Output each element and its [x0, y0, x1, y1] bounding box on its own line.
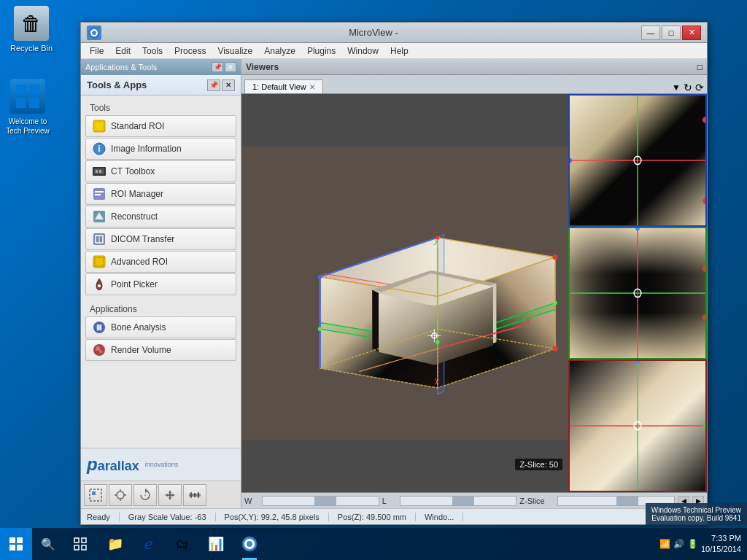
w-scrollbar[interactable]: [262, 496, 379, 506]
status-pos-z: Pos(Z): 49.500 mm: [329, 513, 416, 521]
point-picker-button[interactable]: Point Picker: [85, 273, 236, 295]
status-windo: Windo...: [416, 513, 463, 521]
l-scrollbar[interactable]: [400, 496, 517, 506]
content-area: Applications & Tools 📌 ✕ Tools & Apps 📌 …: [81, 59, 707, 508]
status-bar: Ready Gray Scale Value: -63 Pos(X,Y): 99…: [81, 508, 707, 524]
render-volume-icon: [92, 343, 107, 357]
svg-rect-106: [17, 537, 23, 543]
taskbar-item-ie[interactable]: ℯ: [133, 528, 165, 560]
l-scroll-thumb[interactable]: [452, 497, 474, 505]
point-picker-label: Point Picker: [111, 279, 158, 289]
menu-tools[interactable]: Tools: [136, 44, 169, 58]
advanced-roi-label: Advanced ROI: [111, 257, 168, 267]
taskbar-item-fileexplorer[interactable]: 📁: [99, 528, 131, 560]
menu-help[interactable]: Help: [384, 44, 414, 58]
panel-close-button[interactable]: ✕: [225, 62, 236, 72]
menu-window[interactable]: Window: [341, 44, 384, 58]
advanced-roi-button[interactable]: Advanced ROI: [85, 251, 236, 273]
toolbar-rotate-button[interactable]: [133, 484, 157, 506]
main-3d-view[interactable]: x y y: [241, 94, 568, 492]
battery-icon[interactable]: 🔋: [687, 539, 698, 549]
close-button[interactable]: ✕: [682, 26, 701, 40]
render-volume-button[interactable]: Render Volume: [85, 339, 236, 361]
side-view-middle[interactable]: [568, 227, 707, 359]
view-settings-button[interactable]: ⟳: [695, 82, 704, 93]
maximize-button[interactable]: □: [662, 26, 681, 40]
menu-edit[interactable]: Edit: [109, 44, 136, 58]
apps-section-label: Applications: [84, 301, 238, 316]
notification-line1: Windows Technical Preview: [651, 506, 741, 514]
image-information-button[interactable]: i Image Information: [85, 138, 236, 160]
tab-close-button[interactable]: ✕: [309, 83, 315, 91]
menu-visualize[interactable]: Visualize: [212, 44, 258, 58]
side-view-top[interactable]: [568, 94, 707, 227]
svg-point-74: [552, 254, 557, 260]
standard-roi-button[interactable]: Standard ROI: [85, 115, 236, 137]
z-slice-scroll-label: Z-Slice: [519, 497, 554, 505]
app-icon: [87, 26, 101, 40]
tools-section: Tools Standard ROI i Image Information: [81, 96, 241, 448]
window-title: MicroView -: [106, 27, 641, 38]
task-view-button[interactable]: [64, 528, 96, 560]
viewer-maximize-button[interactable]: □: [697, 62, 703, 72]
desktop: 🗑 Recycle Bin Welcome to Tech Preview: [0, 0, 747, 560]
svg-point-32: [117, 491, 124, 499]
menu-analyze[interactable]: Analyze: [258, 44, 301, 58]
svg-rect-108: [17, 545, 23, 551]
ie-icon: ℯ: [139, 534, 159, 554]
panel-pin-button[interactable]: 📌: [212, 62, 223, 72]
tools-apps-buttons: 📌 ✕: [207, 79, 235, 91]
logo-name: arallax: [98, 459, 139, 474]
taskbar-item-files[interactable]: 🗂: [166, 528, 198, 560]
recycle-bin-icon[interactable]: 🗑 Recycle Bin: [6, 6, 57, 52]
welcome-icon[interactable]: Welcome to Tech Preview: [0, 76, 55, 139]
tools-apps-close-button[interactable]: ✕: [222, 79, 235, 91]
roi-manager-button[interactable]: ROI Manager: [85, 183, 236, 205]
windows-notification: Windows Technical Preview Evaluation cop…: [646, 503, 747, 525]
svg-point-78: [436, 341, 439, 344]
panel-title-buttons: 📌 ✕: [212, 62, 236, 72]
start-button[interactable]: [0, 528, 32, 560]
ct-toolbox-button[interactable]: CT Toolbox: [85, 160, 236, 182]
side-view-bottom[interactable]: [568, 359, 707, 492]
z-scroll-thumb[interactable]: [616, 497, 638, 505]
volume-icon[interactable]: 🔊: [673, 539, 684, 549]
svg-rect-2: [16, 98, 26, 108]
panel-title-text: Applications & Tools: [85, 63, 157, 71]
svg-point-6: [92, 31, 96, 35]
toolbar-measure-button[interactable]: [183, 484, 206, 506]
toolbar-pan-button[interactable]: [158, 484, 182, 506]
viewer-tabs: 1: Default View ✕ ▼ ↻ ⟳: [241, 75, 707, 94]
tools-section-label: Tools: [84, 100, 238, 114]
view-dropdown-button[interactable]: ▼: [672, 82, 681, 93]
svg-rect-105: [9, 537, 15, 543]
svg-text:y: y: [434, 376, 439, 384]
minimize-button[interactable]: —: [641, 26, 660, 40]
search-button[interactable]: 🔍: [32, 528, 64, 560]
toolbar-brightness-button[interactable]: [109, 484, 132, 506]
bone-analysis-button[interactable]: Bone Analysis: [85, 316, 236, 338]
dicom-transfer-button[interactable]: DICOM Transfer: [85, 228, 236, 250]
tool-toolbar: [81, 481, 241, 508]
svg-marker-56: [372, 290, 379, 352]
toolbar-select-button[interactable]: [84, 484, 107, 506]
panel-title-bar: Applications & Tools 📌 ✕: [81, 59, 241, 75]
viewer-content: x y y: [241, 94, 707, 492]
dicom-transfer-icon: [92, 232, 107, 246]
tools-apps-pin-button[interactable]: 📌: [207, 79, 220, 91]
network-icon[interactable]: 📶: [659, 539, 670, 549]
recycle-bin-image: 🗑: [14, 6, 49, 41]
image-info-icon: i: [92, 141, 107, 156]
menu-plugins[interactable]: Plugins: [301, 44, 341, 58]
taskbar-item-microview[interactable]: [233, 528, 266, 560]
menu-process[interactable]: Process: [169, 44, 212, 58]
view-refresh-button[interactable]: ↻: [684, 82, 692, 93]
w-scroll-thumb[interactable]: [314, 497, 336, 505]
advanced-roi-icon: [92, 254, 107, 269]
point-picker-icon: [92, 277, 107, 292]
taskbar-item-office[interactable]: 📊: [200, 528, 232, 560]
default-view-tab[interactable]: 1: Default View ✕: [244, 79, 323, 93]
reconstruct-button[interactable]: Reconstruct: [85, 206, 236, 228]
clock[interactable]: 7:33 PM 10/15/2014: [701, 533, 741, 556]
menu-file[interactable]: File: [84, 44, 109, 58]
